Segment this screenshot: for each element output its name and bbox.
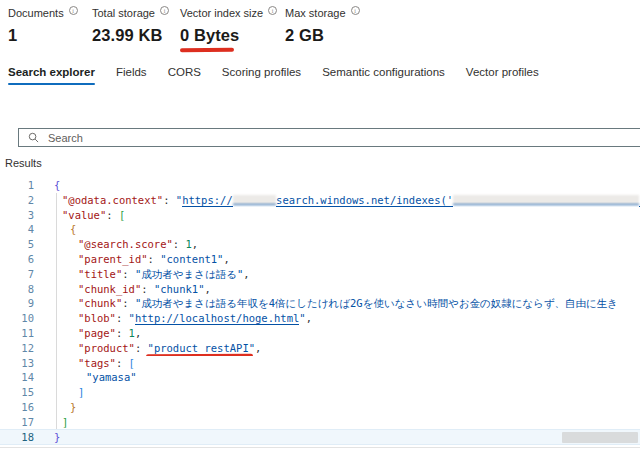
code-token: : xyxy=(122,268,135,280)
code-token: "chunk1" xyxy=(154,283,205,295)
code-content: "chunk": "成功者やまさは語る年収を4倍にしたければ2Gを使いなさい時間… xyxy=(40,296,640,311)
code-token: [ xyxy=(119,209,125,221)
code-line: 5"@search.score": 1, xyxy=(0,237,640,252)
code-token: : xyxy=(122,297,135,309)
code-token: ] xyxy=(78,386,84,398)
info-icon[interactable]: i xyxy=(160,6,169,15)
code-content: "title": "成功者やまさは語る", xyxy=(40,267,640,282)
code-content: } xyxy=(40,400,640,415)
redacted-text xyxy=(453,195,639,205)
search-input[interactable]: Search xyxy=(18,128,640,147)
code-line: 18} xyxy=(0,430,640,445)
code-token: , xyxy=(223,253,229,265)
code-token: "page" xyxy=(78,327,116,339)
info-icon[interactable]: i xyxy=(69,6,78,15)
line-number: 12 xyxy=(0,341,40,356)
tab-fields[interactable]: Fields xyxy=(116,62,147,86)
tab-search-explorer[interactable]: Search explorer xyxy=(8,62,95,86)
code-content: "yamasa" xyxy=(40,370,640,385)
code-token: "tags" xyxy=(78,357,116,369)
stat-label: Documents xyxy=(8,6,64,20)
code-token: "chunk" xyxy=(78,297,122,309)
code-token: "product" xyxy=(78,342,135,354)
code-line: 1{ xyxy=(0,178,640,193)
code-line: 16} xyxy=(0,400,640,415)
code-link[interactable]: search.windows.net/indexes(' xyxy=(276,194,453,207)
code-token: { xyxy=(70,223,76,235)
code-token: : xyxy=(116,312,129,324)
line-number: 3 xyxy=(0,208,40,223)
code-token: , xyxy=(192,238,198,250)
red-annotation-underline xyxy=(180,48,234,52)
code-content: { xyxy=(40,178,640,193)
tab-cors[interactable]: CORS xyxy=(168,62,201,86)
code-line: 6"parent_id": "content1", xyxy=(0,252,640,267)
tab-semantic-configurations[interactable]: Semantic configurations xyxy=(322,62,445,86)
line-number: 4 xyxy=(0,222,40,237)
tab-scoring-profiles[interactable]: Scoring profiles xyxy=(222,62,301,86)
code-token: "@search.score" xyxy=(78,238,173,250)
stat-vector-index-size: Vector index sizei0 Bytes xyxy=(180,6,285,52)
code-line: 9"chunk": "成功者やまさは語る年収を4倍にしたければ2Gを使いなさい時… xyxy=(0,296,640,311)
code-line: 15] xyxy=(0,385,640,400)
line-number: 1 xyxy=(0,178,40,193)
line-number: 9 xyxy=(0,296,40,311)
stat-max-storage: Max storagei2 GB xyxy=(285,6,365,52)
line-number: 11 xyxy=(0,326,40,341)
code-token: " xyxy=(129,312,135,324)
code-line: 2"@odata.context": "https://search.windo… xyxy=(0,193,640,208)
code-content: "blob": "http://localhost/hoge.html", xyxy=(40,311,640,326)
stat-label: Vector index size xyxy=(180,6,263,20)
search-index-page: Documentsi1Total storagei23.99 KBVector … xyxy=(0,0,640,450)
code-token: : xyxy=(163,194,176,206)
code-content: "@search.score": 1, xyxy=(40,237,640,252)
code-link[interactable]: https:// xyxy=(182,194,233,207)
code-token: : xyxy=(135,342,148,354)
line-number: 18 xyxy=(0,430,40,445)
code-content: "value": [ xyxy=(40,208,640,223)
code-token: , xyxy=(135,327,141,339)
index-stats-row: Documentsi1Total storagei23.99 KBVector … xyxy=(8,6,365,52)
info-icon[interactable]: i xyxy=(351,6,360,15)
code-content: ] xyxy=(40,415,640,430)
horizontal-scrollbar[interactable] xyxy=(562,432,638,443)
index-tabs: Search explorerFieldsCORSScoring profile… xyxy=(8,62,560,86)
code-content: "tags": [ xyxy=(40,356,640,371)
code-link[interactable]: http://localhost/hoge.html xyxy=(135,312,299,325)
line-number: 10 xyxy=(0,311,40,326)
info-icon[interactable]: i xyxy=(268,6,277,15)
code-token: } xyxy=(54,431,60,443)
code-token: "chunk_id" xyxy=(78,283,141,295)
line-number: 7 xyxy=(0,267,40,282)
code-line: 12"product": "product_restAPI", xyxy=(0,341,640,356)
line-number: 17 xyxy=(0,415,40,430)
code-token: : xyxy=(116,357,129,369)
tab-vector-profiles[interactable]: Vector profiles xyxy=(466,62,539,86)
code-token: "content1" xyxy=(160,253,223,265)
code-token: , xyxy=(204,283,210,295)
code-token: "title" xyxy=(78,268,122,280)
stat-value: 23.99 KB xyxy=(92,26,180,45)
line-number: 15 xyxy=(0,385,40,400)
code-line: 14"yamasa" xyxy=(0,370,640,385)
code-token: : xyxy=(106,209,119,221)
line-number: 2 xyxy=(0,193,40,208)
code-content: { xyxy=(40,222,640,237)
code-line: 3"value": [ xyxy=(0,208,640,223)
code-token: "parent_id" xyxy=(78,253,148,265)
stat-total-storage: Total storagei23.99 KB xyxy=(92,6,180,52)
line-number: 8 xyxy=(0,282,40,297)
code-token: : xyxy=(173,238,186,250)
code-line: 8"chunk_id": "chunk1", xyxy=(0,282,640,297)
code-line: 13"tags": [ xyxy=(0,356,640,371)
json-results-editor[interactable]: 1{2"@odata.context": "https://search.win… xyxy=(0,178,640,448)
stat-documents: Documentsi1 xyxy=(8,6,92,52)
code-token: "product_restAPI" xyxy=(148,342,255,354)
code-line: 7"title": "成功者やまさは語る", xyxy=(0,267,640,282)
code-content: "@odata.context": "https://search.window… xyxy=(40,193,640,208)
code-token: "成功者やまさは語る年収を4倍にしたければ2Gを使いなさい時間やお金の奴隷になら… xyxy=(135,297,618,309)
code-token: , xyxy=(243,268,249,280)
code-token: [ xyxy=(129,357,135,369)
line-number: 14 xyxy=(0,370,40,385)
code-token: "value" xyxy=(62,209,106,221)
